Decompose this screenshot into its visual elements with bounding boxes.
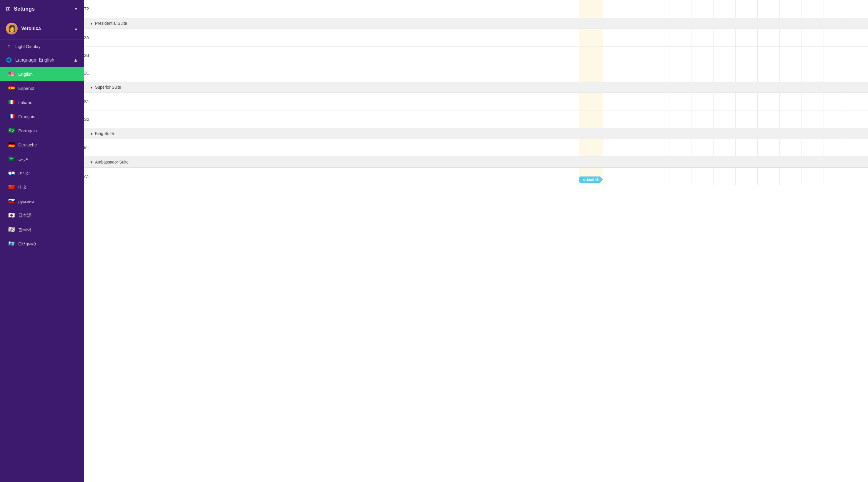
- grid-cell[interactable]: [557, 110, 579, 128]
- nav-item-light-display[interactable]: ○ Light Display: [0, 39, 84, 53]
- grid-cell[interactable]: [780, 92, 802, 110]
- grid-cell[interactable]: [824, 139, 846, 157]
- grid-cell[interactable]: [824, 64, 846, 82]
- grid-cell[interactable]: [691, 92, 714, 110]
- grid-cell[interactable]: [780, 46, 802, 64]
- grid-cell[interactable]: [846, 0, 868, 18]
- grid-cell[interactable]: [824, 0, 846, 18]
- grid-cell[interactable]: [736, 0, 758, 18]
- user-section[interactable]: 👩 Veronica ▲: [0, 18, 84, 39]
- lang-item-english[interactable]: 🇺🇸English: [0, 67, 84, 81]
- grid-cell[interactable]: [714, 64, 736, 82]
- grid-cell[interactable]: [846, 92, 868, 110]
- lang-item-portugais[interactable]: 🇧🇷Portugais: [0, 123, 84, 138]
- grid-cell[interactable]: [579, 0, 603, 18]
- grid-cell[interactable]: [780, 0, 802, 18]
- section-row[interactable]: ▼King Suite: [84, 128, 868, 139]
- grid-cell[interactable]: [670, 139, 691, 157]
- grid-cell[interactable]: [758, 64, 780, 82]
- grid-cell[interactable]: [579, 110, 603, 128]
- grid-cell[interactable]: [535, 110, 557, 128]
- grid-cell[interactable]: [691, 139, 714, 157]
- grid-cell[interactable]: [670, 0, 691, 18]
- lang-item-italiano[interactable]: 🇮🇹Italiano: [0, 95, 84, 109]
- section-row[interactable]: ▼Ambassador Suite: [84, 157, 868, 167]
- grid-cell[interactable]: [758, 0, 780, 18]
- lang-item-espanol[interactable]: 🇪🇸Español: [0, 81, 84, 95]
- grid-cell[interactable]: [557, 0, 579, 18]
- grid-cell[interactable]: [824, 29, 846, 46]
- grid-cell[interactable]: [691, 29, 714, 46]
- grid-cell[interactable]: [557, 92, 579, 110]
- grid-cell[interactable]: [758, 92, 780, 110]
- grid-cell[interactable]: [714, 110, 736, 128]
- grid-cell[interactable]: [824, 167, 846, 185]
- grid-cell[interactable]: [802, 167, 824, 185]
- grid-cell[interactable]: [824, 92, 846, 110]
- grid-cell[interactable]: [758, 110, 780, 128]
- grid-cell[interactable]: [670, 167, 691, 185]
- grid-cell[interactable]: [758, 29, 780, 46]
- section-row[interactable]: ▼Presidential Suite: [84, 18, 868, 29]
- grid-cell[interactable]: [579, 46, 603, 64]
- grid-cell[interactable]: [625, 92, 647, 110]
- grid-cell[interactable]: [736, 64, 758, 82]
- grid-cell[interactable]: [557, 64, 579, 82]
- grid-cell[interactable]: [670, 29, 691, 46]
- lang-item-deutsche[interactable]: 🇩🇪Deutsche: [0, 138, 84, 152]
- grid-cell[interactable]: [714, 29, 736, 46]
- grid-cell[interactable]: [714, 92, 736, 110]
- grid-cell[interactable]: [691, 167, 714, 185]
- grid-cell[interactable]: [579, 29, 603, 46]
- grid-cell[interactable]: [670, 92, 691, 110]
- grid-cell[interactable]: [824, 110, 846, 128]
- grid-cell[interactable]: [670, 46, 691, 64]
- lang-item-korean[interactable]: 🇰🇷한국어: [0, 222, 84, 236]
- grid-cell[interactable]: [579, 64, 603, 82]
- grid-cell[interactable]: [557, 167, 579, 185]
- grid-cell[interactable]: [625, 139, 647, 157]
- grid-cell[interactable]: [647, 0, 670, 18]
- grid-cell[interactable]: [625, 29, 647, 46]
- grid-cell[interactable]: [603, 167, 625, 185]
- lang-item-russian[interactable]: 🇷🇺русский: [0, 194, 84, 208]
- grid-cell[interactable]: [691, 110, 714, 128]
- grid-cell[interactable]: [535, 139, 557, 157]
- grid-cell[interactable]: [780, 139, 802, 157]
- grid-cell[interactable]: [758, 139, 780, 157]
- grid-cell[interactable]: [603, 46, 625, 64]
- grid-cell[interactable]: [647, 167, 670, 185]
- grid-cell[interactable]: [625, 110, 647, 128]
- grid-cell[interactable]: [780, 64, 802, 82]
- grid-cell[interactable]: [780, 110, 802, 128]
- grid-cell[interactable]: [557, 46, 579, 64]
- grid-cell[interactable]: ◄ Jordi Alle: [579, 167, 603, 185]
- grid-cell[interactable]: [846, 64, 868, 82]
- grid-cell[interactable]: [802, 110, 824, 128]
- booking-chip[interactable]: ◄ Jordi Alle: [579, 176, 603, 183]
- grid-cell[interactable]: [758, 46, 780, 64]
- grid-cell[interactable]: [557, 139, 579, 157]
- grid-cell[interactable]: [846, 29, 868, 46]
- grid-cell[interactable]: [535, 92, 557, 110]
- lang-item-francais[interactable]: 🇫🇷Français: [0, 109, 84, 123]
- grid-cell[interactable]: [670, 64, 691, 82]
- grid-cell[interactable]: [603, 110, 625, 128]
- grid-cell[interactable]: [714, 167, 736, 185]
- grid-cell[interactable]: [758, 167, 780, 185]
- grid-cell[interactable]: [802, 64, 824, 82]
- grid-cell[interactable]: [736, 167, 758, 185]
- grid-cell[interactable]: [736, 29, 758, 46]
- grid-cell[interactable]: [736, 92, 758, 110]
- grid-cell[interactable]: [625, 0, 647, 18]
- grid-cell[interactable]: [647, 64, 670, 82]
- grid-cell[interactable]: [846, 167, 868, 185]
- grid-cell[interactable]: [557, 29, 579, 46]
- lang-item-chinese[interactable]: 🇨🇳中文: [0, 180, 84, 194]
- grid-cell[interactable]: [780, 29, 802, 46]
- grid-cell[interactable]: [535, 29, 557, 46]
- grid-cell[interactable]: [647, 139, 670, 157]
- grid-cell[interactable]: [802, 139, 824, 157]
- lang-item-arabic[interactable]: 🇸🇦عربى: [0, 152, 84, 166]
- lang-item-japanese[interactable]: 🇯🇵日本語: [0, 208, 84, 222]
